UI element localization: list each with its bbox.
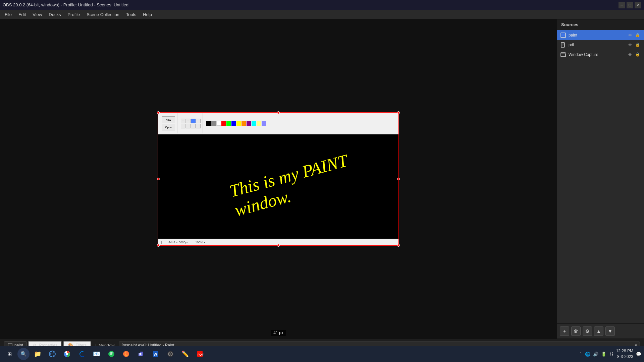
menu-file[interactable]: File bbox=[1, 11, 15, 18]
sources-panel: Sources paint 👁 🔒 pdf 👁 🔒 bbox=[557, 19, 644, 339]
source-icon-window-capture bbox=[560, 52, 566, 57]
paint-canvas-area: This is my PAINT window. bbox=[158, 134, 398, 239]
menu-edit[interactable]: Edit bbox=[15, 11, 29, 18]
source-item-pdf[interactable]: pdf 👁 🔒 bbox=[557, 40, 644, 50]
taskbar-app-pen[interactable]: ✏️ bbox=[178, 347, 192, 361]
sources-actions: + 🗑 ⚙ ▲ ▼ bbox=[557, 323, 644, 339]
sources-header: Sources bbox=[557, 19, 644, 30]
resize-handle-tr[interactable] bbox=[397, 111, 400, 114]
paint-canvas-text: This is my PAINT window. bbox=[227, 151, 355, 221]
source-controls-paint: 👁 🔒 bbox=[628, 32, 641, 38]
preview-area: New Open ✏ ✂ bbox=[0, 19, 557, 339]
taskbar-app-spotify[interactable] bbox=[105, 347, 118, 361]
sources-down-button[interactable]: ▼ bbox=[605, 326, 615, 336]
titlebar: OBS 29.0.2 (64-bit, windows) - Profile: … bbox=[0, 0, 644, 10]
source-item-paint[interactable]: paint 👁 🔒 bbox=[557, 30, 644, 40]
sources-settings-button[interactable]: ⚙ bbox=[583, 326, 592, 336]
taskbar-app-teams[interactable] bbox=[134, 347, 148, 361]
svg-point-23 bbox=[169, 353, 171, 355]
sources-up-button[interactable]: ▲ bbox=[594, 326, 603, 336]
close-button[interactable]: ✕ bbox=[635, 2, 641, 8]
resize-handle-mr[interactable] bbox=[397, 178, 400, 180]
taskbar-app-firefox[interactable] bbox=[119, 347, 133, 361]
source-eye-pdf[interactable]: 👁 bbox=[628, 42, 633, 48]
svg-text:PDF: PDF bbox=[198, 353, 204, 356]
taskbar-app-outlook[interactable]: 📧 bbox=[90, 347, 103, 361]
source-eye-paint[interactable]: 👁 bbox=[628, 32, 633, 38]
menu-scene-collection[interactable]: Scene Collection bbox=[83, 11, 123, 18]
paint-toolbar: New Open ✏ ✂ bbox=[158, 113, 398, 134]
paint-open-btn[interactable]: Open bbox=[162, 124, 175, 130]
taskbar-app-edge[interactable] bbox=[75, 347, 89, 361]
taskbar: ⊞ 🔍 📁 📧 W ✏️ PDF ⌃ 🌐 🔊 bbox=[0, 346, 644, 362]
svg-point-14 bbox=[108, 351, 114, 357]
tray-volume-icon[interactable]: 🔊 bbox=[593, 352, 598, 357]
taskbar-app-explorer[interactable]: 📁 bbox=[31, 347, 44, 361]
paint-new-btn[interactable]: New bbox=[162, 116, 175, 123]
resize-handle-tc[interactable] bbox=[277, 111, 280, 114]
source-lock-paint[interactable]: 🔒 bbox=[635, 32, 641, 38]
source-item-window-capture[interactable]: Window Capture 👁 🔒 bbox=[557, 50, 644, 59]
taskbar-search-button[interactable]: 🔍 bbox=[17, 348, 30, 360]
svg-text:W: W bbox=[154, 352, 157, 356]
taskbar-app-acrobat[interactable]: PDF bbox=[193, 347, 207, 361]
svg-point-15 bbox=[123, 351, 129, 357]
tray-battery-icon[interactable]: 🔋 bbox=[601, 352, 606, 357]
taskbar-tray: ⌃ 🌐 🔊 🔋 ⛓ 12:28 PM 8-3-2023 💬 bbox=[579, 348, 641, 360]
sources-remove-button[interactable]: 🗑 bbox=[571, 326, 581, 336]
source-name-paint: paint bbox=[569, 33, 625, 38]
menu-docks[interactable]: Docks bbox=[45, 11, 64, 18]
resize-handle-br[interactable] bbox=[397, 244, 400, 247]
source-lock-window-capture[interactable]: 🔒 bbox=[635, 52, 641, 57]
menu-profile[interactable]: Profile bbox=[64, 11, 83, 18]
dimension-label: 41 px bbox=[271, 330, 286, 336]
maximize-button[interactable]: □ bbox=[627, 2, 633, 8]
svg-point-13 bbox=[66, 353, 68, 355]
taskbar-app-ie[interactable] bbox=[46, 347, 59, 361]
taskbar-app-chrome[interactable] bbox=[60, 347, 74, 361]
source-icon-pdf bbox=[560, 42, 566, 48]
taskbar-app-obs[interactable] bbox=[164, 347, 177, 361]
source-eye-window-capture[interactable]: 👁 bbox=[628, 52, 633, 57]
svg-rect-7 bbox=[561, 53, 566, 54]
menu-tools[interactable]: Tools bbox=[123, 11, 140, 18]
resize-handle-ml[interactable] bbox=[157, 178, 160, 180]
titlebar-title: OBS 29.0.2 (64-bit, windows) - Profile: … bbox=[3, 2, 128, 7]
tray-connect-icon[interactable]: ⛓ bbox=[609, 352, 613, 357]
taskbar-start-button[interactable]: ⊞ bbox=[3, 347, 16, 361]
minimize-button[interactable]: ─ bbox=[619, 2, 625, 8]
taskbar-app-word[interactable]: W bbox=[149, 347, 162, 361]
menubar: File Edit View Docks Profile Scene Colle… bbox=[0, 10, 644, 19]
preview-canvas: New Open ✏ ✂ bbox=[158, 112, 399, 246]
main-layout: New Open ✏ ✂ bbox=[0, 19, 644, 339]
tray-network-icon[interactable]: 🌐 bbox=[585, 352, 590, 357]
paint-window: New Open ✏ ✂ bbox=[158, 113, 398, 245]
source-name-pdf: pdf bbox=[569, 43, 625, 47]
resize-handle-bl[interactable] bbox=[157, 244, 160, 247]
source-lock-pdf[interactable]: 🔒 bbox=[635, 42, 641, 48]
tray-overflow-icon[interactable]: ⌃ bbox=[579, 352, 582, 356]
search-icon: 🔍 bbox=[20, 351, 27, 357]
menu-view[interactable]: View bbox=[29, 11, 45, 18]
source-controls-pdf: 👁 🔒 bbox=[628, 42, 641, 48]
source-controls-window-capture: 👁 🔒 bbox=[628, 52, 641, 57]
tray-clock[interactable]: 12:28 PM 8-3-2023 bbox=[616, 348, 633, 360]
svg-rect-1 bbox=[561, 34, 565, 36]
resize-handle-tl[interactable] bbox=[157, 111, 160, 114]
source-name-window-capture: Window Capture bbox=[569, 52, 625, 57]
sources-add-button[interactable]: + bbox=[560, 326, 569, 336]
menu-help[interactable]: Help bbox=[140, 11, 155, 18]
svg-point-18 bbox=[140, 353, 141, 355]
resize-handle-bc[interactable] bbox=[277, 244, 280, 247]
source-icon-paint bbox=[560, 33, 566, 38]
tray-notification-icon[interactable]: 💬 bbox=[636, 352, 641, 357]
titlebar-controls: ─ □ ✕ bbox=[619, 2, 641, 8]
